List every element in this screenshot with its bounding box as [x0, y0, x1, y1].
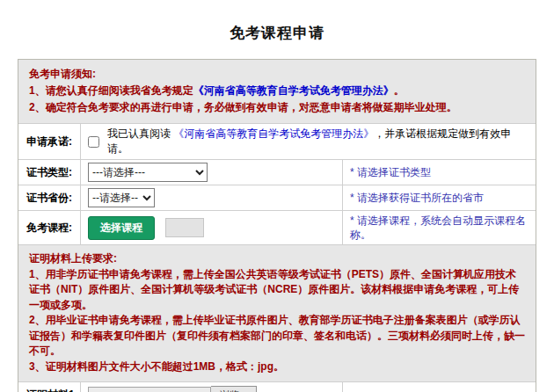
upload-requirement-2: 2、用毕业证书申请免考课程，需上传毕业证书原件图片、教育部学历证书电子注册备案表… — [29, 313, 525, 359]
exempt-course-cell: 选择课程 — [80, 211, 342, 244]
material-row-1: 证明材料1: 浏览... — [18, 382, 342, 392]
cert-province-row: 证书省份: --请选择-- * 请选择获得证书所在的省市 — [18, 185, 536, 210]
cert-province-label: 证书省份: — [18, 185, 80, 210]
material-1-browse-button[interactable]: 浏览... — [211, 386, 257, 392]
material-1-cell: 浏览... — [80, 382, 342, 392]
cert-type-row: 证书类型: ---请选择--- * 请选择证书类型 — [18, 159, 536, 185]
promise-row: 申请承诺: 我已认真阅读 《河南省高等教育自学考试免考管理办法》，并承诺根据规定… — [18, 123, 536, 159]
cert-province-select[interactable]: --请选择-- — [88, 188, 155, 207]
regulation-link[interactable]: 《河南省高等教育自学考试免考管理办法》 — [193, 84, 394, 97]
material-1-file-field[interactable] — [88, 387, 211, 392]
materials-rows: 证明材料1: 浏览... 证明材料2: 浏览... 证明材料3: 浏览... — [18, 382, 342, 392]
application-notice-section: 免考申请须知: 1、请您认真仔细阅读我省免考规定《河南省高等教育自学考试免考管理… — [18, 60, 536, 123]
cert-province-cell: --请选择-- — [80, 185, 342, 210]
promise-label: 申请承诺: — [18, 124, 80, 159]
upload-requirement-1: 1、用非学历证书申请免考课程，需上传全国公共英语等级考试证书（PETS）原件、全… — [29, 267, 525, 314]
notice-line-1: 1、请您认真仔细阅读我省免考规定《河南省高等教育自学考试免考管理办法》。 — [29, 83, 525, 99]
exempt-course-label: 免考课程: — [18, 211, 80, 244]
promise-cell: 我已认真阅读 《河南省高等教育自学考试免考管理办法》，并承诺根据规定做到有效申请… — [80, 124, 536, 159]
exemption-application-form: 免考申请须知: 1、请您认真仔细阅读我省免考规定《河南省高等教育自学考试免考管理… — [18, 59, 536, 392]
upload-requirement-3: 3、证明材料图片文件大小不能超过1MB，格式：jpg。 — [29, 359, 525, 375]
regulation-link-2[interactable]: 《河南省高等教育自学考试免考管理办法》 — [173, 127, 374, 140]
promise-text: 我已认真阅读 《河南省高等教育自学考试免考管理办法》，并承诺根据规定做到有效申请… — [107, 127, 528, 156]
material-1-label: 证明材料1: — [18, 382, 80, 392]
cert-type-cell: ---请选择--- — [80, 160, 342, 185]
page-title: 免考课程申请 — [0, 0, 554, 43]
materials-section: 证明材料1: 浏览... 证明材料2: 浏览... 证明材料3: 浏览... — [18, 381, 536, 392]
choose-course-button[interactable]: 选择课程 — [88, 216, 155, 240]
notice-line-2: 2、确定符合免考要求的再进行申请，务必做到有效申请，对恶意申请者将做延期毕业处理… — [29, 99, 525, 116]
course-value-box — [165, 218, 204, 237]
upload-requirements-heading: 证明材料上传要求: — [29, 251, 525, 267]
cert-type-label: 证书类型: — [18, 160, 80, 185]
cert-type-select[interactable]: ---请选择--- — [88, 163, 208, 182]
materials-hint: * 请上传证明材料图片（格式：jpg） * 证明材料图片文件大小不能超过1MB，… — [342, 382, 536, 392]
promise-checkbox[interactable] — [88, 136, 99, 148]
cert-province-hint: * 请选择获得证书所在的省市 — [342, 185, 536, 210]
upload-requirements-section: 证明材料上传要求: 1、用非学历证书申请免考课程，需上传全国公共英语等级考试证书… — [18, 244, 536, 381]
cert-type-hint: * 请选择证书类型 — [342, 160, 536, 185]
exempt-course-hint: * 请选择课程，系统会自动显示课程名称。 — [342, 211, 536, 244]
notice-heading: 免考申请须知: — [29, 66, 525, 83]
exempt-course-row: 免考课程: 选择课程 * 请选择课程，系统会自动显示课程名称。 — [18, 210, 536, 244]
